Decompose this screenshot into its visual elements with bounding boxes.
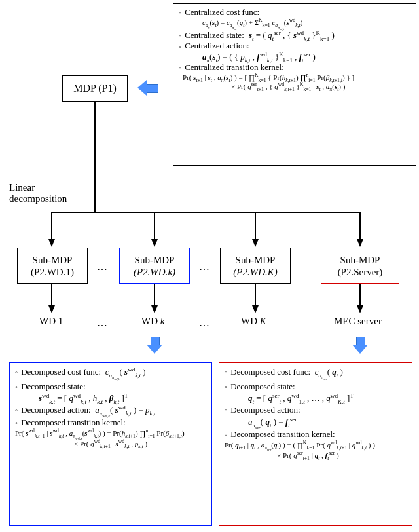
ellipsis: …: [199, 317, 211, 329]
connector-line: [51, 212, 360, 213]
decomp-state-title: Decomposed state:: [230, 381, 295, 391]
sub-mdp-label: (P2.Server): [338, 266, 383, 278]
central-kernel-title: Centralized transition kernel:: [185, 62, 284, 72]
arrow-left-icon: [139, 81, 158, 94]
connector-line: [94, 102, 96, 212]
decomp-kernel-title: Decomposed transition kernel:: [230, 429, 335, 439]
sub-mdp-wdK-box: Sub-MDP (P2.WD.K): [220, 248, 291, 284]
decomp-action-title: Decomposed action:: [230, 405, 301, 415]
mec-server-label: MEC server: [334, 316, 382, 327]
sub-mdp-label: (P2.WD.k): [134, 266, 175, 278]
connector-line: [255, 212, 256, 240]
decomp-action-title: Decomposed action:: [21, 405, 91, 415]
decomp-cost-title: Decomposed cost func:: [230, 367, 310, 377]
mdp-p1-box: MDP (P1): [62, 75, 128, 102]
connector-line: [51, 284, 52, 307]
central-cost-title: Centralized cost func:: [185, 7, 259, 17]
arrow-down-icon: [357, 239, 363, 247]
connector-line: [255, 284, 256, 307]
sub-mdp-server-box: Sub-MDP (P2.Server): [321, 248, 399, 284]
sub-mdp-label: (P2.WD.K): [233, 266, 278, 278]
arrow-down-icon: [151, 305, 158, 313]
arrow-down-icon: [357, 305, 363, 313]
arrow-down-icon: [354, 337, 373, 350]
arrow-down-icon: [148, 337, 168, 350]
sub-mdp-wdk-box: Sub-MDP (P2.WD.k): [119, 248, 190, 284]
connector-line: [154, 212, 155, 240]
connector-line: [359, 212, 361, 240]
connector-line: [51, 212, 52, 240]
central-state-title: Centralized state:: [185, 30, 244, 40]
central-action-title: Centralized action:: [185, 41, 249, 50]
decomp-kernel-title: Decomposed transition kernel:: [21, 417, 126, 427]
central-defs-box: ◦ Centralized cost func: caπ(st) = caπsc…: [173, 3, 416, 166]
linear-decomposition-label: Linear decomposition: [9, 182, 67, 204]
ellipsis: …: [199, 261, 211, 273]
wd1-label: WD 1: [39, 316, 63, 327]
connector-line: [359, 284, 361, 307]
decomp-cost-title: Decomposed cost func:: [21, 367, 101, 377]
mdp-label: MDP (P1): [73, 83, 117, 94]
arrow-down-icon: [151, 239, 158, 247]
arrow-down-icon: [48, 305, 55, 313]
sub-mdp-label: (P2.WD.1): [31, 266, 74, 278]
decomposed-server-box: ◦ Decomposed cost func: caπscr( qt ) ◦ D…: [219, 362, 412, 526]
arrow-down-icon: [252, 305, 259, 313]
decomposed-wd-box: ◦ Decomposed cost func: caπwd,k( swdk,t …: [9, 362, 212, 526]
decomp-state-title: Decomposed state:: [21, 381, 86, 391]
sub-mdp-wd1-box: Sub-MDP (P2.WD.1): [17, 248, 88, 284]
sub-mdp-label: Sub-MDP: [340, 254, 380, 266]
wdK-label: WD K: [241, 316, 266, 326]
sub-mdp-label: Sub-MDP: [135, 254, 175, 266]
arrow-down-icon: [48, 239, 55, 247]
arrow-down-icon: [252, 239, 259, 247]
sub-mdp-label: Sub-MDP: [236, 254, 276, 266]
ellipsis: …: [97, 261, 109, 273]
wdk-label: WD k: [141, 316, 164, 326]
sub-mdp-label: Sub-MDP: [33, 254, 73, 266]
ellipsis: …: [97, 317, 109, 329]
connector-line: [154, 284, 155, 307]
